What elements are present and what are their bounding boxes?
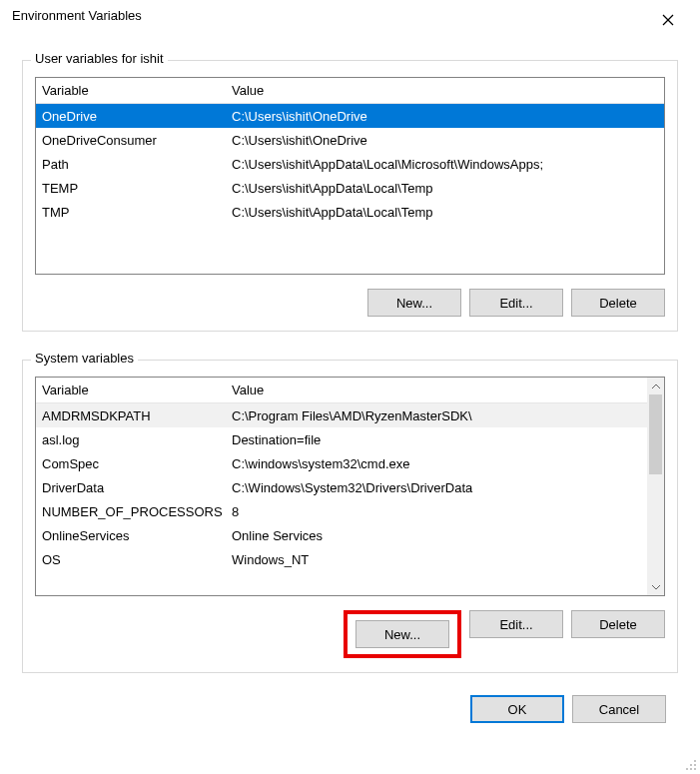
row-variable: asl.log [36,432,226,447]
cancel-button[interactable]: Cancel [572,695,666,723]
user-variables-label: User variables for ishit [31,51,168,66]
svg-point-6 [690,768,692,770]
table-row[interactable]: AMDRMSDKPATHC:\Program Files\AMD\RyzenMa… [36,403,647,427]
row-variable: OneDrive [36,109,226,124]
system-variables-list[interactable]: Variable Value AMDRMSDKPATHC:\Program Fi… [35,377,665,596]
svg-point-4 [694,764,696,766]
scroll-down-button[interactable] [647,578,664,595]
row-variable: OneDriveConsumer [36,133,226,148]
scroll-track[interactable] [647,394,664,578]
system-variables-label: System variables [31,351,138,366]
row-value: C:\Users\ishit\AppData\Local\Temp [226,181,664,196]
row-variable: AMDRMSDKPATH [36,408,226,423]
titlebar: Environment Variables [0,0,700,32]
close-button[interactable] [648,8,688,32]
system-variables-group: System variables Variable Value AMDRMSDK… [22,360,678,673]
table-row[interactable]: PathC:\Users\ishit\AppData\Local\Microso… [36,152,664,176]
svg-point-7 [694,768,696,770]
list-header: Variable Value [36,78,664,104]
row-value: Online Services [226,528,647,543]
row-variable: NUMBER_OF_PROCESSORS [36,504,226,519]
system-new-button[interactable]: New... [355,620,449,648]
user-new-button[interactable]: New... [367,289,461,317]
table-row[interactable]: DriverDataC:\Windows\System32\Drivers\Dr… [36,475,647,499]
row-variable: TEMP [36,181,226,196]
svg-point-3 [690,764,692,766]
user-button-row: New... Edit... Delete [35,289,665,317]
column-header-variable[interactable]: Variable [36,383,226,397]
row-variable: OS [36,552,226,567]
scroll-up-button[interactable] [647,378,664,394]
svg-point-2 [694,760,696,762]
user-variables-group: User variables for ishit Variable Value … [22,60,678,332]
row-variable: DriverData [36,480,226,495]
system-delete-button[interactable]: Delete [571,610,665,638]
row-value: C:\Users\ishit\OneDrive [226,109,664,124]
system-edit-button[interactable]: Edit... [469,610,563,638]
row-value: Destination=file [226,432,647,447]
row-value: C:\Users\ishit\OneDrive [226,133,664,148]
table-row[interactable]: OSWindows_NT [36,547,647,571]
column-header-value[interactable]: Value [226,83,664,98]
row-value: Windows_NT [226,552,647,567]
scrollbar[interactable] [647,378,664,595]
svg-point-5 [686,768,688,770]
user-edit-button[interactable]: Edit... [469,289,563,317]
table-row[interactable]: TMPC:\Users\ishit\AppData\Local\Temp [36,200,664,224]
chevron-down-icon [652,584,660,590]
row-variable: OnlineServices [36,528,226,543]
scroll-thumb[interactable] [649,394,662,474]
row-value: C:\Users\ishit\AppData\Local\Temp [226,205,664,220]
close-icon [662,14,674,26]
resize-grip[interactable] [683,757,697,771]
table-row[interactable]: OnlineServicesOnline Services [36,523,647,547]
chevron-up-icon [652,384,660,389]
table-row[interactable]: OneDriveC:\Users\ishit\OneDrive [36,104,664,128]
user-variables-list[interactable]: Variable Value OneDriveC:\Users\ishit\On… [35,77,665,275]
row-variable: TMP [36,205,226,220]
row-value: C:\windows\system32\cmd.exe [226,456,647,471]
user-delete-button[interactable]: Delete [571,289,665,317]
table-row[interactable]: NUMBER_OF_PROCESSORS8 [36,499,647,523]
row-value: C:\Windows\System32\Drivers\DriverData [226,480,647,495]
table-row[interactable]: OneDriveConsumerC:\Users\ishit\OneDrive [36,128,664,152]
column-header-value[interactable]: Value [226,383,647,397]
table-row[interactable]: TEMPC:\Users\ishit\AppData\Local\Temp [36,176,664,200]
resize-grip-icon [683,757,697,771]
window-title: Environment Variables [12,8,142,23]
column-header-variable[interactable]: Variable [36,83,226,98]
table-row[interactable]: asl.logDestination=file [36,427,647,451]
list-header: Variable Value [36,378,647,403]
highlight-annotation: New... [344,610,461,658]
row-value: 8 [226,504,647,519]
system-button-row: New... Edit... Delete [35,610,665,658]
row-value: C:\Program Files\AMD\RyzenMasterSDK\ [226,408,647,423]
table-row[interactable]: ComSpecC:\windows\system32\cmd.exe [36,451,647,475]
dialog-button-row: OK Cancel [0,673,700,723]
row-variable: ComSpec [36,456,226,471]
row-value: C:\Users\ishit\AppData\Local\Microsoft\W… [226,157,664,172]
ok-button[interactable]: OK [470,695,564,723]
row-variable: Path [36,157,226,172]
